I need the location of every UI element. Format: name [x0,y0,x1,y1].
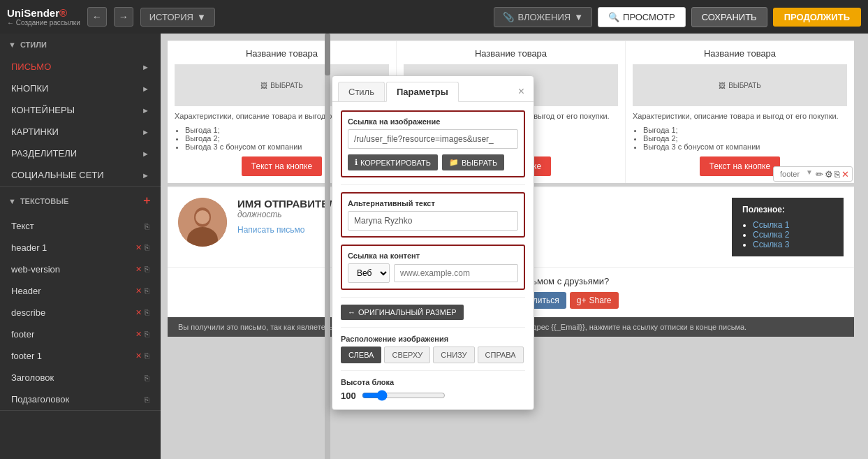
panel-content-link-group: Ссылка на контент Веб [341,245,525,290]
panel-url-input[interactable] [394,264,518,282]
delete-icon[interactable]: ✕ [135,330,142,339]
sidebar-item-social[interactable]: СОЦИАЛЬНЫЕ СЕТИ ► [0,164,161,186]
content-area: Название товара 🖼 ВЫБРАТЬ Характеристики… [161,34,868,459]
delete-icon[interactable]: ✕ [135,286,142,296]
sidebar-item-buttons[interactable]: КНОПКИ ► [0,78,161,99]
tab-params[interactable]: Параметры [386,82,459,102]
section-arrow-icon: ▼ [8,41,16,49]
copy-icon[interactable]: ⎘ [145,395,149,404]
delete-icon[interactable]: ✕ [135,351,142,360]
sidebar-item-web-version-label: web-version [11,264,60,275]
delete-icon[interactable]: ✕ [135,243,142,252]
attachments-button[interactable]: 📎 ВЛОЖЕНИЯ ▼ [494,7,592,27]
sidebar-item-dividers-label: РАЗДЕЛИТЕЛИ [11,148,77,159]
pos-btn-top[interactable]: СВЕРХУ [384,347,430,363]
sidebar-item-footer[interactable]: footer ✕ ⎘ [0,323,161,345]
sidebar-item-footer-label: footer [11,329,34,340]
sidebar-item-podzagolovok-label: Подзаголовок [11,394,69,405]
product-desc-3: Характеристики, описание товара и выгод … [633,112,847,120]
list-item: Ссылка 3 [753,240,833,249]
paperclip-icon: 📎 [503,12,514,22]
footer-delete-icon[interactable]: ✕ [841,168,849,180]
choose-img-label-1[interactable]: ВЫБРАТЬ [270,82,303,89]
attachments-chevron-icon: ▼ [574,12,583,22]
resize-icon: ↔ [348,308,355,316]
panel-img-link-group: Ссылка на изображение ℹ КОРРЕКТИРОВАТЬ 📁… [341,110,525,177]
history-button[interactable]: ИСТОРИЯ ▼ [140,8,215,27]
panel-img-link-input[interactable] [348,129,518,149]
sidebar-item-footer1-label: footer 1 [11,351,42,361]
copy-icon[interactable]: ⎘ [145,286,149,296]
panel-height-value: 100 [341,391,356,401]
scrollbar[interactable] [325,34,330,459]
copy-icon[interactable]: ⎘ [145,330,149,339]
section-styles-label: СТИЛИ [20,41,47,49]
sidebar-section-header-text[interactable]: ▼ ТЕКСТОВЫЕ ＋ [0,187,161,215]
panel-alt-text-input[interactable] [348,211,518,231]
copy-icon[interactable]: ⎘ [145,243,149,252]
panel-height-slider[interactable] [362,390,446,401]
panel-link-row: Веб [348,263,518,283]
pos-btn-right[interactable]: СПРАВА [478,347,524,363]
product-image-3[interactable]: 🖼 ВЫБРАТЬ [633,64,847,106]
preview-button[interactable]: 🔍 ПРОСМОТР [598,7,686,27]
footer-toolbar: footer ▼ ✏ ⚙ ⎘ ✕ [773,166,853,182]
product-button-3[interactable]: Текст на кнопке [700,156,780,176]
panel-choose-button[interactable]: 📁 ВЫБРАТЬ [442,154,504,170]
sidebar-item-images[interactable]: КАРТИНКИ ► [0,121,161,143]
save-button[interactable]: СОХРАНИТЬ [691,7,767,27]
add-textual-icon[interactable]: ＋ [141,194,152,208]
sidebar-item-dividers[interactable]: РАЗДЕЛИТЕЛИ ► [0,143,161,164]
sidebar-item-describe[interactable]: describe ✕ ⎘ [0,302,161,323]
delete-icon[interactable]: ✕ [135,308,142,317]
scrollbar-thumb[interactable] [325,34,330,75]
copy-icon[interactable]: ⎘ [145,374,149,382]
footer-edit-icon[interactable]: ✏ [816,168,823,180]
sidebar-item-text[interactable]: Текст ⎘ [0,215,161,237]
panel-close-button[interactable]: × [515,82,528,101]
continue-button[interactable]: ПРОДОЛЖИТЬ [773,8,861,27]
sidebar-item-footer-icons: ✕ ⎘ [135,330,149,339]
sidebar-item-footer1[interactable]: footer 1 ✕ ⎘ [0,345,161,367]
sidebar-item-web-version[interactable]: web-version ✕ ⎘ [0,258,161,280]
useful-link-2[interactable]: Ссылка 2 [753,230,790,240]
product-cell-3: Название товара 🖼 ВЫБРАТЬ Характеристики… [626,41,854,183]
copy-icon[interactable]: ⎘ [145,265,149,274]
useful-link-1[interactable]: Ссылка 1 [753,220,790,230]
footer-copy-icon[interactable]: ⎘ [834,168,840,180]
useful-link-3[interactable]: Ссылка 3 [753,240,790,249]
nav-back-button[interactable]: ← [87,7,107,27]
footer-settings-icon[interactable]: ⚙ [825,168,833,180]
edit-label: КОРРЕКТИРОВАТЬ [360,159,431,167]
delete-icon[interactable]: ✕ [135,265,142,274]
sidebar-item-header1[interactable]: header 1 ✕ ⎘ [0,237,161,258]
copy-icon[interactable]: ⎘ [145,222,149,231]
tab-style[interactable]: Стиль [338,82,385,101]
panel-edit-button[interactable]: ℹ КОРРЕКТИРОВАТЬ [348,154,438,170]
panel-link-type-select[interactable]: Веб [348,263,390,283]
sidebar-section-header-styles[interactable]: ▼ СТИЛИ [0,34,161,56]
pos-btn-left[interactable]: СЛЕВА [341,347,381,363]
sidebar-item-containers[interactable]: КОНТЕЙНЕРЫ ► [0,99,161,121]
product-button-1[interactable]: Текст на кнопке [242,156,322,176]
sidebar-item-text-label: Текст [11,221,34,231]
sidebar-item-describe-label: describe [11,307,45,318]
sidebar-item-social-label: СОЦИАЛЬНЫЕ СЕТИ [11,170,104,180]
logo-subtitle: ← Создание рассылки [7,19,80,27]
sidebar-item-podzagolovok[interactable]: Подзаголовок ⎘ [0,388,161,410]
product-benefits-3: Выгода 1; Выгода 2; Выгода 3 с бонусом о… [633,126,847,151]
nav-forward-button[interactable]: → [114,7,133,27]
sidebar-item-zagolovok[interactable]: Заголовок ⎘ [0,367,161,388]
copy-icon[interactable]: ⎘ [145,351,149,360]
top-bar: UniSender® ← Создание рассылки ← → ИСТОР… [0,0,868,34]
panel-tabs: Стиль Параметры × [332,76,534,102]
attachments-label: ВЛОЖЕНИЯ [517,12,571,22]
sidebar-item-letter[interactable]: ПИСЬМО ► [0,56,161,78]
choose-img-label-3[interactable]: ВЫБРАТЬ [728,82,761,89]
panel-original-size-button[interactable]: ↔ ОРИГИНАЛЬНЫЙ РАЗМЕР [341,305,464,320]
copy-icon[interactable]: ⎘ [145,308,149,317]
pos-btn-bottom[interactable]: СНИЗУ [433,347,474,363]
share-gplus-button[interactable]: g+ Share [570,292,619,309]
sidebar-item-header[interactable]: Header ✕ ⎘ [0,280,161,302]
image-icon: 🖼 [260,82,267,89]
